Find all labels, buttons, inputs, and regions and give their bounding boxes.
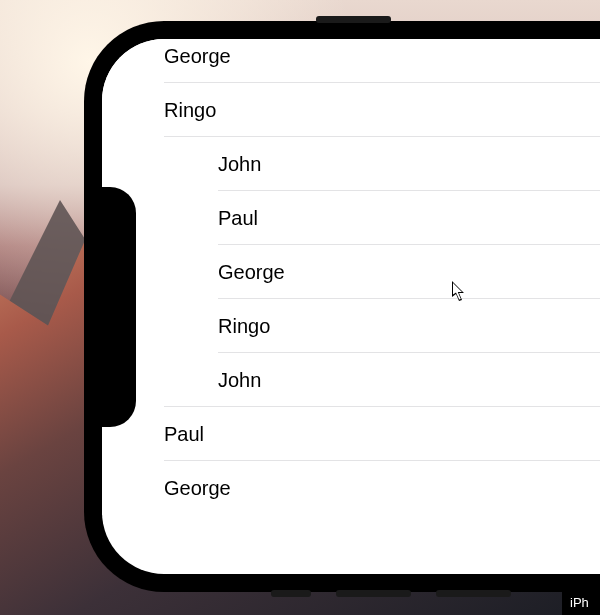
phone-screen[interactable]: George Ringo John Paul George Ringo John… bbox=[102, 39, 600, 574]
table-row[interactable]: George bbox=[102, 461, 600, 515]
table-row[interactable]: Ringo bbox=[102, 83, 600, 137]
window-title-fragment: iPh bbox=[562, 591, 600, 615]
table-row[interactable]: Paul bbox=[102, 407, 600, 461]
hardware-button bbox=[436, 590, 511, 597]
row-label: George bbox=[218, 245, 285, 299]
phone-frame: George Ringo John Paul George Ringo John… bbox=[86, 23, 600, 590]
hardware-button bbox=[336, 590, 411, 597]
row-label: George bbox=[164, 461, 231, 515]
table-row[interactable]: George bbox=[102, 245, 600, 299]
row-label: Ringo bbox=[164, 83, 216, 137]
table-view[interactable]: George Ringo John Paul George Ringo John… bbox=[102, 39, 600, 515]
row-label: Ringo bbox=[218, 299, 270, 353]
row-label: Paul bbox=[218, 191, 258, 245]
hardware-button bbox=[316, 16, 391, 23]
table-row[interactable]: Ringo bbox=[102, 299, 600, 353]
row-label: Paul bbox=[164, 407, 204, 461]
table-row[interactable]: Paul bbox=[102, 191, 600, 245]
table-row[interactable]: John bbox=[102, 137, 600, 191]
table-row[interactable]: John bbox=[102, 353, 600, 407]
row-label: John bbox=[218, 353, 261, 407]
table-row[interactable]: George bbox=[102, 39, 600, 83]
row-label: John bbox=[218, 137, 261, 191]
window-title-text: iPh bbox=[570, 595, 589, 610]
hardware-button bbox=[271, 590, 311, 597]
phone-notch bbox=[102, 187, 136, 427]
row-label: George bbox=[164, 39, 231, 83]
